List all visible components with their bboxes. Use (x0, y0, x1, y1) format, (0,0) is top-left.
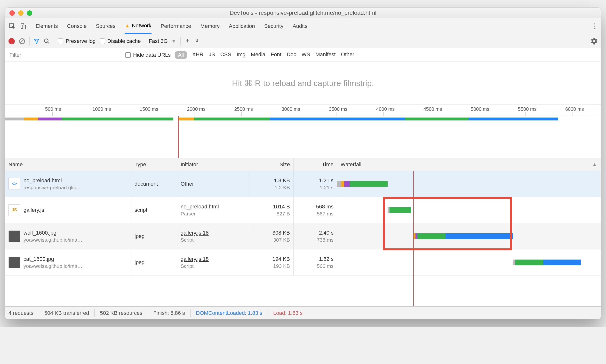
filmstrip-panel: Hit ⌘ R to reload and capture filmstrip. (5, 62, 601, 104)
close-window-button[interactable] (10, 10, 15, 16)
type-filter-all[interactable]: All (175, 51, 187, 59)
more-menu-icon[interactable] (594, 23, 596, 30)
svg-rect-10 (185, 43, 189, 43)
clear-button[interactable] (19, 38, 26, 45)
device-toolbar-icon[interactable] (20, 23, 27, 30)
disable-cache-checkbox[interactable]: Disable cache (100, 38, 141, 44)
request-row[interactable]: <>no_preload.htmlresponsive-preload.glit… (5, 171, 601, 197)
preserve-log-checkbox[interactable]: Preserve log (58, 38, 96, 44)
size-cell: 1.3 KB (274, 177, 290, 184)
svg-point-4 (594, 26, 596, 27)
preserve-log-label: Preserve log (66, 38, 96, 44)
time-cell: 1.62 s (319, 256, 333, 262)
tab-security[interactable]: Security (264, 18, 283, 34)
size-sub: 1.2 KB (275, 185, 290, 191)
tab-console[interactable]: Console (67, 18, 87, 34)
overview-timeline[interactable]: 500 ms1000 ms1500 ms2000 ms2500 ms3000 m… (5, 104, 601, 158)
sort-arrow-icon: ▲ (592, 161, 597, 168)
initiator-link: Other (181, 181, 194, 187)
waterfall-cell (337, 197, 601, 223)
initiator-link[interactable]: gallery.js:18 (181, 256, 209, 262)
title-bar: DevTools - responsive-preload.glitch.me/… (5, 8, 601, 18)
hide-data-urls-label: Hide data URLs (133, 52, 171, 58)
request-row[interactable]: wolf_1600.jpgyoavweiss.github.io/ima…jpe… (5, 223, 601, 249)
type-filter-ws[interactable]: WS (302, 51, 310, 59)
type-filter-doc[interactable]: Doc (287, 51, 296, 59)
tab-sources[interactable]: Sources (96, 18, 115, 34)
load-marker-line (413, 171, 414, 306)
col-initiator[interactable]: Initiator (177, 158, 250, 171)
size-cell: 1014 B (273, 204, 290, 210)
type-filter-font[interactable]: Font (271, 51, 281, 59)
window-controls (10, 10, 32, 16)
time-cell: 2.40 s (319, 230, 333, 236)
record-button[interactable] (9, 38, 15, 44)
tick-label: 3500 ms (329, 106, 348, 112)
request-row[interactable]: cat_1600.jpgyoavweiss.github.io/ima…jpeg… (5, 249, 601, 275)
type-filter-js[interactable]: JS (209, 51, 215, 59)
type-filter-other[interactable]: Other (341, 51, 354, 59)
type-filter-manifest[interactable]: Manifest (315, 51, 335, 59)
col-size[interactable]: Size (250, 158, 293, 171)
html-file-icon: <> (9, 178, 20, 190)
initiator-link[interactable]: no_preload.html (181, 204, 219, 210)
waterfall-cell (337, 249, 601, 275)
filmstrip-hint: Hit ⌘ R to reload and capture filmstrip. (232, 78, 374, 88)
status-load: Load: 1.83 s (273, 310, 303, 316)
type-filters: AllXHRJSCSSImgMediaFontDocWSManifestOthe… (175, 51, 354, 59)
minimize-window-button[interactable] (18, 10, 24, 16)
svg-point-8 (44, 39, 48, 42)
download-icon[interactable] (194, 38, 200, 44)
tab-network[interactable]: ▲Network (125, 18, 151, 34)
gear-icon[interactable] (591, 38, 597, 45)
tick-label: 4000 ms (376, 106, 395, 112)
time-sub: 738 ms (317, 237, 333, 243)
initiator-link[interactable]: gallery.js:18 (181, 230, 209, 236)
upload-icon[interactable] (184, 38, 190, 44)
filter-input[interactable] (7, 50, 121, 60)
svg-rect-11 (195, 43, 199, 43)
initiator-type: Script (181, 237, 209, 243)
hide-data-urls-checkbox[interactable]: Hide data URLs (125, 52, 171, 58)
tick-label: 5500 ms (518, 106, 537, 112)
file-name: wolf_1600.jpg (24, 230, 82, 236)
tick-label: 1500 ms (140, 106, 158, 112)
type-filter-img[interactable]: Img (237, 51, 246, 59)
col-name[interactable]: Name (5, 158, 131, 171)
file-origin: yoavweiss.github.io/ima… (24, 237, 82, 243)
inspect-icon[interactable] (9, 23, 15, 30)
file-name: cat_1600.jpg (24, 256, 82, 262)
request-row[interactable]: JSgallery.jsscriptno_preload.htmlParser1… (5, 197, 601, 223)
col-type[interactable]: Type (131, 158, 177, 171)
tick-label: 5000 ms (471, 106, 489, 112)
tab-memory[interactable]: Memory (200, 18, 220, 34)
col-waterfall[interactable]: Waterfall▲ (337, 158, 601, 171)
type-filter-css[interactable]: CSS (220, 51, 231, 59)
warning-icon: ▲ (125, 23, 130, 29)
search-icon[interactable] (44, 38, 50, 44)
tab-performance[interactable]: Performance (161, 18, 191, 34)
tab-audits[interactable]: Audits (293, 18, 307, 34)
file-name: gallery.js (24, 207, 44, 213)
request-table: <>no_preload.htmlresponsive-preload.glit… (5, 171, 601, 307)
filter-icon[interactable] (33, 38, 40, 44)
table-header: Name Type Initiator Size Time Waterfall▲ (5, 158, 601, 171)
disable-cache-label: Disable cache (107, 38, 141, 44)
zoom-window-button[interactable] (27, 10, 32, 16)
type-filter-xhr[interactable]: XHR (192, 51, 203, 59)
svg-rect-2 (23, 25, 26, 29)
file-name: no_preload.html (24, 177, 82, 184)
panel-tabs: ElementsConsoleSources▲NetworkPerformanc… (5, 18, 601, 34)
status-bar: 4 requests 504 KB transferred 502 KB res… (5, 307, 601, 319)
throttling-select[interactable]: Fast 3G ▼ (149, 38, 176, 44)
tab-application[interactable]: Application (229, 18, 255, 34)
status-finish: Finish: 5.86 s (153, 310, 185, 316)
status-requests: 4 requests (9, 310, 33, 316)
col-time[interactable]: Time (293, 158, 337, 171)
tab-elements[interactable]: Elements (36, 18, 58, 34)
tick-label: 500 ms (45, 106, 61, 112)
size-cell: 194 KB (273, 256, 290, 262)
type-filter-media[interactable]: Media (251, 51, 265, 59)
initiator-type: Parser (181, 211, 219, 217)
waterfall-cell (337, 171, 601, 197)
